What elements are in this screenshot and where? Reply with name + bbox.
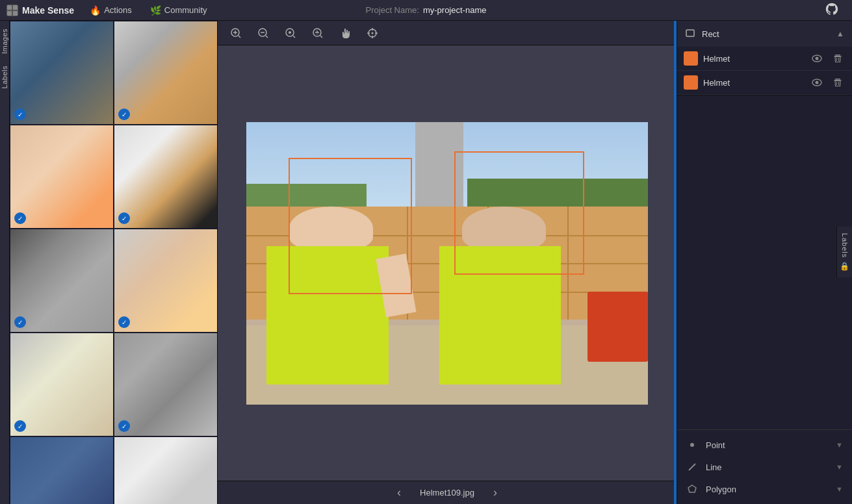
brand-name: Make Sense xyxy=(22,5,74,16)
canvas-area: ‹ Helmet109.jpg › xyxy=(218,21,677,504)
svg-rect-27 xyxy=(835,55,840,56)
svg-rect-2 xyxy=(7,11,12,16)
rect-label: Rect xyxy=(702,29,836,39)
canvas-image xyxy=(246,122,648,405)
zoom-reset-button[interactable] xyxy=(309,24,327,42)
thumbnail-3[interactable]: ✓ xyxy=(10,125,114,229)
crosshair-tool-button[interactable] xyxy=(363,24,381,42)
rect-section: Rect ▲ Helmet xyxy=(677,21,852,95)
project-name-area: Project Name: my-project-name xyxy=(366,5,487,15)
polygon-chevron-icon: ▼ xyxy=(836,485,843,493)
thumbnail-9[interactable]: ✓ xyxy=(10,436,114,504)
svg-line-10 xyxy=(266,36,268,38)
line-label: Line xyxy=(706,462,828,472)
lock-icon: 🔒 xyxy=(840,262,849,271)
svg-point-32 xyxy=(816,81,819,84)
right-panel-highlight xyxy=(674,21,677,504)
svg-point-37 xyxy=(690,443,694,447)
right-panel-bottom: Point ▼ Line ▼ Polyg xyxy=(677,429,852,504)
rect-chevron-icon: ▲ xyxy=(836,29,844,38)
zoom-in-button[interactable] xyxy=(227,24,245,42)
point-label: Point xyxy=(706,440,828,450)
thumbnail-6[interactable]: ✓ xyxy=(114,229,218,333)
svg-line-13 xyxy=(293,36,295,38)
right-panel: Rect ▲ Helmet xyxy=(677,21,852,504)
point-icon xyxy=(686,439,698,451)
thumb-check-5: ✓ xyxy=(14,316,26,328)
community-label: Community xyxy=(164,5,207,15)
tab-images[interactable]: Images xyxy=(0,23,10,59)
thumbnail-10[interactable]: ✓ xyxy=(114,436,218,504)
svg-marker-39 xyxy=(688,485,696,492)
thumbnail-5[interactable]: ✓ xyxy=(10,229,114,333)
thumb-check-8: ✓ xyxy=(118,420,130,432)
svg-point-26 xyxy=(816,57,819,60)
label-delete-2[interactable] xyxy=(830,75,846,90)
line-tool-row[interactable]: Line ▼ xyxy=(677,456,852,478)
zoom-out-button[interactable] xyxy=(254,24,272,42)
svg-line-17 xyxy=(320,36,322,38)
right-edge-labels-tab[interactable]: Labels 🔒 xyxy=(836,227,852,277)
actions-menu[interactable]: 🔥 Actions xyxy=(81,0,141,21)
svg-rect-1 xyxy=(13,5,18,10)
community-menu[interactable]: 🌿 Community xyxy=(141,0,216,21)
thumb-check-6: ✓ xyxy=(118,316,130,328)
rect-icon xyxy=(685,28,695,40)
svg-rect-34 xyxy=(834,80,842,81)
person-right-body xyxy=(439,207,592,405)
person-left-body xyxy=(266,207,419,405)
point-tool-row[interactable]: Point ▼ xyxy=(677,434,852,456)
thumb-check-7: ✓ xyxy=(14,420,26,432)
label-row-1: Helmet xyxy=(677,47,852,71)
point-chevron-icon: ▼ xyxy=(836,441,843,449)
thumbnail-7[interactable]: ✓ xyxy=(10,333,114,436)
rect-section-header[interactable]: Rect ▲ xyxy=(677,21,852,47)
community-icon: 🌿 xyxy=(150,5,161,16)
actions-icon: 🔥 xyxy=(90,5,101,16)
topnav-right xyxy=(818,2,846,18)
thumbnail-2[interactable]: ✓ xyxy=(114,21,218,125)
svg-rect-24 xyxy=(686,30,694,36)
polygon-tool-row[interactable]: Polygon ▼ xyxy=(677,478,852,500)
thumbnail-8[interactable]: ✓ xyxy=(114,333,218,436)
prev-image-button[interactable]: ‹ xyxy=(391,485,407,501)
brand-icon xyxy=(6,5,18,16)
left-tabs: Images Labels xyxy=(0,21,10,504)
thumb-check-2: ✓ xyxy=(118,108,130,120)
label-name-2: Helmet xyxy=(703,78,804,88)
svg-rect-28 xyxy=(834,56,842,57)
label-visibility-1[interactable] xyxy=(809,51,825,66)
thumbnail-4[interactable]: ✓ xyxy=(114,125,218,229)
line-icon xyxy=(686,461,698,473)
svg-line-38 xyxy=(689,464,695,470)
zoom-fit-button[interactable] xyxy=(281,24,300,42)
svg-rect-0 xyxy=(7,5,12,10)
thumb-check-3: ✓ xyxy=(14,212,26,224)
thumbnail-1[interactable]: ✓ xyxy=(10,21,114,125)
brand-logo[interactable]: Make Sense xyxy=(6,5,74,16)
label-name-1: Helmet xyxy=(703,54,804,64)
canvas-toolbar xyxy=(218,21,677,45)
pan-tool-button[interactable] xyxy=(336,24,354,42)
svg-point-23 xyxy=(372,32,374,34)
thumb-check-1: ✓ xyxy=(14,108,26,120)
polygon-label: Polygon xyxy=(706,485,828,494)
current-filename: Helmet109.jpg xyxy=(420,488,474,498)
polygon-icon xyxy=(686,483,698,495)
labels-tab-text: Labels xyxy=(841,233,849,258)
project-label: Project Name: xyxy=(366,5,419,15)
right-panel-top: Rect ▲ Helmet xyxy=(677,21,852,429)
tab-labels-left[interactable]: Labels xyxy=(0,60,10,94)
thumb-check-4: ✓ xyxy=(118,212,130,224)
canvas-bottom-bar: ‹ Helmet109.jpg › xyxy=(218,481,677,504)
svg-rect-33 xyxy=(835,79,840,80)
label-color-1 xyxy=(684,51,698,66)
label-delete-1[interactable] xyxy=(830,51,846,66)
project-name-value: my-project-name xyxy=(423,5,487,15)
actions-label: Actions xyxy=(104,5,132,15)
github-link[interactable] xyxy=(818,2,846,18)
label-visibility-2[interactable] xyxy=(809,75,825,90)
next-image-button[interactable]: › xyxy=(487,485,503,501)
main-body: Images Labels ✓ ✓ ✓ ✓ ✓ ✓ ✓ ✓ ✓ xyxy=(0,21,852,504)
canvas-viewport[interactable] xyxy=(218,45,677,481)
